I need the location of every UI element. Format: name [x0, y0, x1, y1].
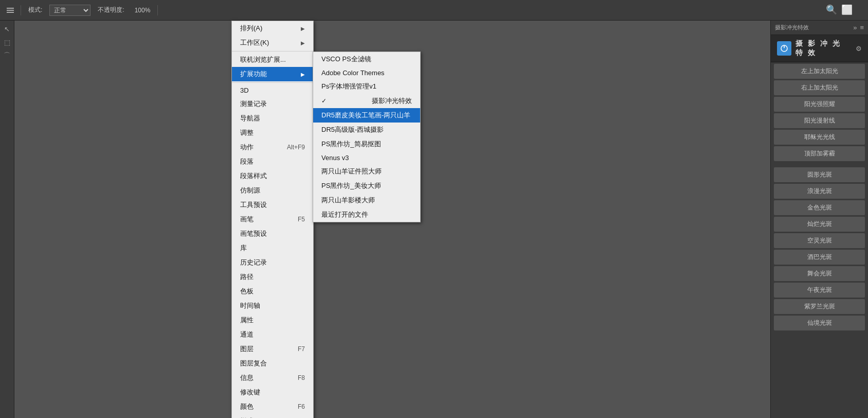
- menu-item-kuozhan[interactable]: 扩展功能 ▶: [232, 67, 313, 81]
- menu-item-fangzhiyuan[interactable]: 仿制源: [232, 183, 313, 198]
- btn-jesus-light[interactable]: 耶稣光光线: [774, 130, 865, 145]
- ext-photo-flash[interactable]: 摄影冲光特效: [313, 94, 420, 108]
- ext-dr5-pen[interactable]: DR5磨皮美妆工笔画-两只山羊: [313, 108, 420, 123]
- btn-bar-light[interactable]: 酒巴光斑: [774, 250, 865, 265]
- menu-item-shuxing[interactable]: 属性: [232, 313, 313, 327]
- arrow-icon-kuozhan: ▶: [301, 72, 305, 77]
- menu-item-gongzuoqu[interactable]: 工作区(K) ▶: [232, 36, 313, 50]
- maximize-icon[interactable]: ⬜: [841, 4, 853, 15]
- menu-item-ku[interactable]: 库: [232, 241, 313, 255]
- btn-top-right-sun[interactable]: 右上加太阳光: [774, 80, 865, 95]
- ext-dr5-high[interactable]: DR5高级版-西城摄影: [313, 123, 420, 137]
- ext-vsco[interactable]: VSCO PS全滤镜: [313, 52, 420, 66]
- ext-recent-files[interactable]: 最近打开的文件: [313, 207, 420, 222]
- menu-item-dongzuo[interactable]: 动作 Alt+F9: [232, 140, 313, 154]
- right-panel: 摄影冲光特效 » ≡ 摄 影 冲 光 特 效 ⚙ 左上加太阳光 右上加太阳光 阳…: [770, 21, 868, 418]
- panel-logo: [777, 41, 791, 56]
- btn-top-left-sun[interactable]: 左上加太阳光: [774, 64, 865, 79]
- menu-item-tiaozheng[interactable]: 调整: [232, 126, 313, 140]
- select-tool[interactable]: ⬚: [1, 36, 13, 48]
- menu-item-celiang[interactable]: 测量记录: [232, 97, 313, 111]
- btn-midnight-light[interactable]: 午夜光斑: [774, 283, 865, 298]
- panel-expand-icon[interactable]: »: [853, 24, 857, 31]
- btn-sun-ray[interactable]: 阳光漫射线: [774, 113, 865, 128]
- panel-spacer-1: [771, 163, 868, 166]
- arrow-icon-pailie: ▶: [301, 26, 305, 31]
- menu-item-seban[interactable]: 色板: [232, 284, 313, 299]
- extensions-submenu: VSCO PS全滤镜 Adobe Color Themes Ps字体增强管理v1…: [313, 51, 421, 222]
- btn-purple-light[interactable]: 紫罗兰光斑: [774, 299, 865, 314]
- menu-item-tuceng[interactable]: 图层 F7: [232, 342, 313, 356]
- panel-title-text: 摄 影 冲 光 特 效: [795, 39, 852, 58]
- btn-spirit-light[interactable]: 空灵光斑: [774, 233, 865, 248]
- mode-label: 模式:: [25, 5, 45, 15]
- svg-rect-1: [7, 10, 14, 11]
- window-menu: 排列(A) ▶ 工作区(K) ▶ 联机浏览扩展... 扩展功能 ▶ 3D 测量记…: [231, 21, 314, 418]
- ext-ps-black[interactable]: PS黑作坊_简易抠图: [313, 137, 420, 151]
- menu-item-huabi[interactable]: 画笔 F5: [232, 212, 313, 227]
- panel-settings-icon-2[interactable]: ⚙: [856, 45, 862, 53]
- btn-gold-light[interactable]: 金色光斑: [774, 200, 865, 215]
- shortcut-tuceng: F7: [298, 345, 305, 353]
- tools-sidebar: ↖ ⬚ ⌒: [0, 21, 14, 418]
- toolbar-sep-2: [157, 5, 158, 15]
- panel-settings-icon[interactable]: ≡: [860, 24, 864, 31]
- menu-item-yanse[interactable]: 颜色 F6: [232, 399, 313, 414]
- menu-item-shijianzhou[interactable]: 时间轴: [232, 299, 313, 313]
- panel-title-main: 摄 影 冲 光 特 效 ⚙: [771, 35, 868, 62]
- btn-sun-strong[interactable]: 阳光强照耀: [774, 97, 865, 112]
- btn-circle-light[interactable]: 圆形光斑: [774, 167, 865, 182]
- menu-item-duan[interactable]: 段落: [232, 154, 313, 169]
- menu-item-huabiyushe[interactable]: 画笔预设: [232, 227, 313, 241]
- menu-item-3d[interactable]: 3D: [232, 84, 313, 97]
- move-tool[interactable]: ↖: [1, 23, 13, 35]
- btn-top-fog[interactable]: 顶部加雾霾: [774, 146, 865, 161]
- menu-sep-2: [232, 82, 313, 83]
- menu-item-xinxi[interactable]: 信息 F8: [232, 371, 313, 385]
- svg-rect-2: [7, 12, 14, 13]
- btn-flame-light[interactable]: 灿烂光斑: [774, 217, 865, 232]
- panel-header: 摄影冲光特效 » ≡: [771, 21, 868, 35]
- mode-select[interactable]: 正常: [49, 5, 91, 16]
- shortcut-dongzuo: Alt+F9: [287, 144, 305, 151]
- ext-two-goat-shadow[interactable]: 两只山羊影楼大师: [313, 193, 420, 207]
- menu-item-lishijilu[interactable]: 历史记录: [232, 255, 313, 270]
- menu-sep-1: [232, 51, 313, 51]
- toolbar-icon-1[interactable]: [4, 4, 16, 16]
- ext-two-goat-id[interactable]: 两只山羊证件照大师: [313, 164, 420, 179]
- menu-item-lianjie[interactable]: 联机浏览扩展...: [232, 53, 313, 67]
- menu-item-gongjuyushe[interactable]: 工具预设: [232, 198, 313, 212]
- opacity-label: 不透明度:: [95, 5, 127, 15]
- ext-ps-black-makeup[interactable]: PS黑作坊_美妆大师: [313, 179, 420, 193]
- menu-item-duanluoyangshi[interactable]: 段落样式: [232, 169, 313, 183]
- btn-fairyland-light[interactable]: 仙境光斑: [774, 316, 865, 330]
- shortcut-huabi: F5: [298, 216, 305, 223]
- lasso-tool[interactable]: ⌒: [1, 49, 13, 62]
- menu-item-xiugaijian[interactable]: 修改键: [232, 385, 313, 399]
- panel-header-title: 摄影冲光特效: [775, 24, 809, 31]
- panel-buttons-container: 左上加太阳光 右上加太阳光 阳光强照耀 阳光漫射线 耶稣光光线 顶部加雾霾 圆形…: [771, 62, 868, 418]
- menu-item-tongdao[interactable]: 通道: [232, 327, 313, 342]
- menu-item-yangshi[interactable]: 样式: [232, 414, 313, 418]
- shortcut-xinxi: F8: [298, 374, 305, 381]
- ext-adobe-color[interactable]: Adobe Color Themes: [313, 66, 420, 79]
- svg-rect-0: [7, 8, 14, 9]
- ext-venus3[interactable]: Venus v3: [313, 151, 420, 164]
- menu-item-pailie[interactable]: 排列(A) ▶: [232, 21, 313, 36]
- arrow-icon-gongzuoqu: ▶: [301, 40, 305, 46]
- btn-dance-light[interactable]: 舞会光斑: [774, 266, 865, 281]
- shortcut-yanse: F6: [298, 403, 305, 410]
- menu-item-daohang[interactable]: 导航器: [232, 111, 313, 126]
- main-area: ↖ ⬚ ⌒ 排列(A) ▶ 工作区(K) ▶ 联机浏览扩展... 扩展功能 ▶ …: [0, 21, 868, 418]
- opacity-value: 100%: [132, 6, 154, 15]
- menu-item-lujing[interactable]: 路径: [232, 270, 313, 284]
- btn-romantic-light[interactable]: 浪漫光斑: [774, 184, 865, 199]
- search-icon[interactable]: 🔍: [826, 4, 837, 15]
- ext-ps-font[interactable]: Ps字体增强管理v1: [313, 79, 420, 94]
- menu-item-tucengfuhe[interactable]: 图层复合: [232, 356, 313, 371]
- toolbar-sep-1: [21, 5, 21, 15]
- top-toolbar: 模式: 正常 不透明度: 100% 🔍 ⬜: [0, 0, 868, 21]
